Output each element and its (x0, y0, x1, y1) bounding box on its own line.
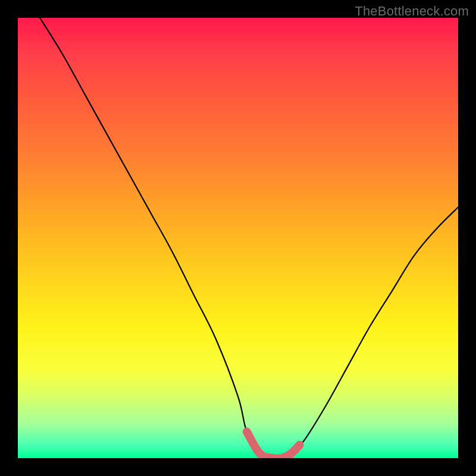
watermark-text: TheBottleneck.com (355, 4, 469, 19)
plot-area (18, 18, 458, 458)
bottleneck-curve-path (40, 18, 458, 458)
chart-svg (18, 18, 458, 458)
chart-frame: TheBottleneck.com (0, 0, 476, 476)
optimal-region-highlight (247, 432, 300, 458)
